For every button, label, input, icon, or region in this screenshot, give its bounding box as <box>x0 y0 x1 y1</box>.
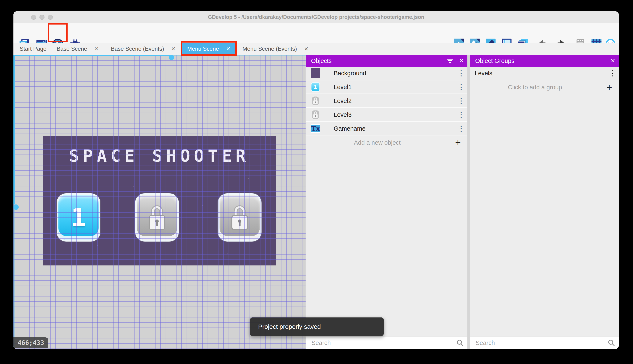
add-object-plus-icon[interactable]: + <box>449 138 467 148</box>
close-tab-icon[interactable]: ✕ <box>94 46 99 52</box>
objects-panel: Objects ✕ Background ⋮ 1 Level1 ⋮ <box>306 55 467 349</box>
filter-icon <box>446 58 453 63</box>
tab-menu-scene-events[interactable]: Menu Scene (Events) ✕ <box>236 43 315 55</box>
tab-menu-scene[interactable]: Menu Scene ✕ <box>182 43 236 55</box>
objects-search-input[interactable] <box>311 339 453 346</box>
tab-base-scene[interactable]: Base Scene ✕ <box>50 43 105 55</box>
object-row-background[interactable]: Background ⋮ <box>306 67 467 80</box>
tab-label: Start Page <box>20 46 47 52</box>
object-name: Level1 <box>334 84 455 90</box>
object-row-level3[interactable]: Level3 ⋮ <box>306 108 467 122</box>
add-object-label: Add a new object <box>306 139 449 146</box>
add-group-plus-icon[interactable]: + <box>600 82 619 92</box>
tab-label: Menu Scene (Events) <box>242 46 297 52</box>
object-groups-panel-header: Object Groups ✕ <box>470 55 619 67</box>
lock-icon <box>311 96 320 106</box>
close-objects-panel-button[interactable]: ✕ <box>456 55 467 67</box>
background-thumbnail <box>311 68 320 78</box>
cursor-coordinates-badge: 466;433 <box>14 337 48 348</box>
object-menu-button[interactable]: ⋮ <box>455 83 467 91</box>
close-tab-icon[interactable]: ✕ <box>226 46 230 52</box>
group-row-levels[interactable]: Levels ⋮ <box>470 67 619 80</box>
objects-panel-title: Objects <box>311 58 444 64</box>
lock-icon <box>311 110 320 120</box>
horizontal-scrollbar-track[interactable] <box>14 55 172 56</box>
lock-icon <box>146 204 168 231</box>
group-menu-button[interactable]: ⋮ <box>606 70 619 77</box>
vertical-scrollbar-thumb[interactable] <box>14 204 19 210</box>
filter-objects-button[interactable] <box>444 55 456 67</box>
objects-panel-header: Objects ✕ <box>306 55 467 67</box>
object-groups-search-bar <box>470 336 619 349</box>
object-row-level2[interactable]: Level2 ⋮ <box>306 94 467 108</box>
editor-tabs: Start Page Base Scene ✕ Base Scene (Even… <box>14 43 619 55</box>
object-name: Level2 <box>334 98 455 104</box>
tab-label: Base Scene <box>57 46 87 52</box>
gdevelop-window: GDevelop 5 - /Users/dkarakay/Documents/G… <box>14 11 619 349</box>
group-name: Levels <box>475 70 606 77</box>
main-toolbar: 1:1 <box>14 23 619 43</box>
search-icon <box>604 339 619 346</box>
object-row-gamename[interactable]: Tx Gamename ⋮ <box>306 122 467 136</box>
level1-thumbnail: 1 <box>311 82 320 92</box>
add-group-label: Click to add a group <box>470 84 600 91</box>
level-number: 1 <box>71 203 86 232</box>
tab-base-scene-events[interactable]: Base Scene (Events) ✕ <box>105 43 182 55</box>
text-object-thumbnail: Tx <box>311 124 320 133</box>
vertical-scrollbar-track-faded[interactable] <box>14 204 15 349</box>
object-menu-button[interactable]: ⋮ <box>455 70 467 77</box>
lock-icon <box>229 204 251 231</box>
object-row-level1[interactable]: 1 Level1 ⋮ <box>306 80 467 94</box>
level1-button-instance[interactable]: 1 <box>57 193 100 242</box>
save-toast: Project properly saved <box>250 318 384 336</box>
search-icon <box>453 339 467 346</box>
object-name: Gamename <box>334 125 455 132</box>
tab-start-page[interactable]: Start Page <box>16 43 50 55</box>
level2-locked-button-instance[interactable] <box>135 193 179 242</box>
toast-message: Project properly saved <box>258 323 321 330</box>
tab-label: Base Scene (Events) <box>111 46 164 52</box>
level2-locked-thumbnail <box>311 96 320 106</box>
object-groups-panel-title: Object Groups <box>475 58 607 64</box>
panel-divider[interactable] <box>467 55 470 349</box>
window-title: GDevelop 5 - /Users/dkarakay/Documents/G… <box>14 11 619 23</box>
add-object-row[interactable]: Add a new object + <box>306 136 467 149</box>
scene-editor-canvas[interactable]: SPACE SHOOTER 1 <box>14 55 305 349</box>
close-tab-icon[interactable]: ✕ <box>304 46 308 52</box>
object-name: Background <box>334 70 455 77</box>
close-tab-icon[interactable]: ✕ <box>171 46 176 52</box>
horizontal-scrollbar-thumb[interactable] <box>169 55 174 60</box>
horizontal-scrollbar-track-faded[interactable] <box>172 55 305 56</box>
scene-title-text[interactable]: SPACE SHOOTER <box>43 146 276 166</box>
game-scene-preview: SPACE SHOOTER 1 <box>43 136 276 266</box>
level3-locked-thumbnail <box>311 110 320 120</box>
vertical-scrollbar-track[interactable] <box>14 55 15 204</box>
object-name: Level3 <box>334 111 455 118</box>
objects-search-bar <box>306 336 467 349</box>
title-bar: GDevelop 5 - /Users/dkarakay/Documents/G… <box>14 11 619 23</box>
level3-locked-button-instance[interactable] <box>218 193 261 242</box>
tab-label: Menu Scene <box>187 46 219 52</box>
object-menu-button[interactable]: ⋮ <box>455 97 467 105</box>
object-menu-button[interactable]: ⋮ <box>455 111 467 118</box>
object-groups-panel: Object Groups ✕ Levels ⋮ Click to add a … <box>470 55 619 349</box>
object-menu-button[interactable]: ⋮ <box>455 125 467 132</box>
close-object-groups-panel-button[interactable]: ✕ <box>607 55 619 67</box>
object-groups-search-input[interactable] <box>475 339 604 346</box>
add-group-row[interactable]: Click to add a group + <box>470 80 619 94</box>
